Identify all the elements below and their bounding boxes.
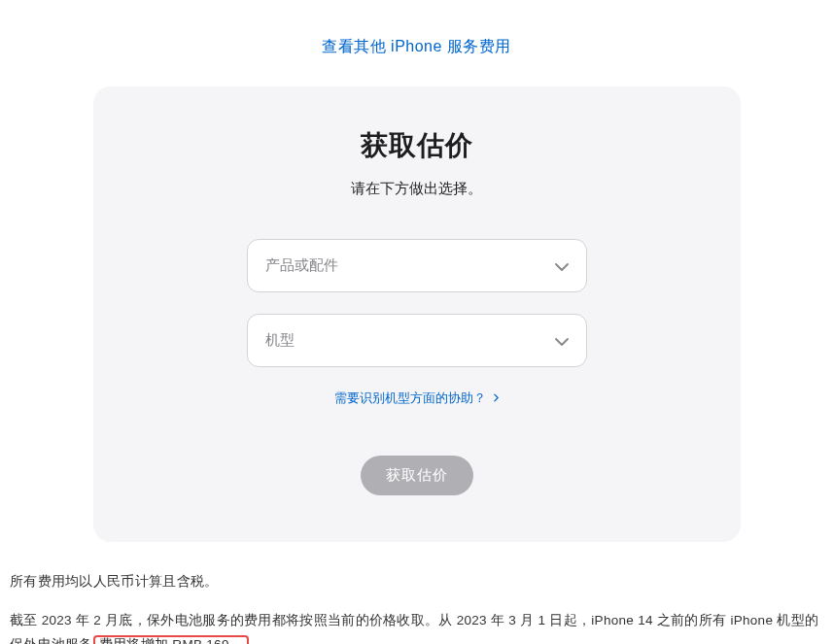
model-select[interactable]: 机型: [247, 314, 587, 367]
card-title: 获取估价: [132, 127, 702, 164]
estimate-card: 获取估价 请在下方做出选择。 产品或配件 机型 需要识别机型方面的协助？: [93, 86, 741, 542]
product-select-placeholder: 产品或配件: [265, 256, 338, 275]
model-select-wrapper: 机型: [247, 314, 587, 367]
model-select-placeholder: 机型: [265, 331, 295, 350]
chevron-down-icon: [555, 257, 569, 274]
identify-model-help-link[interactable]: 需要识别机型方面的协助？: [334, 390, 499, 405]
chevron-down-icon: [555, 332, 569, 349]
chevron-right-icon: [494, 390, 499, 405]
footer-line1: 所有费用均以人民币计算且含税。: [10, 569, 823, 594]
product-select[interactable]: 产品或配件: [247, 239, 587, 292]
footer-disclaimer: 所有费用均以人民币计算且含税。 截至 2023 年 2 月底，保外电池服务的费用…: [0, 542, 833, 644]
card-subtitle: 请在下方做出选择。: [132, 180, 702, 198]
product-select-wrapper: 产品或配件: [247, 239, 587, 292]
submit-wrapper: 获取估价: [132, 456, 702, 495]
price-increase-highlight: 费用将增加 RMB 169。: [93, 635, 249, 644]
help-link-container: 需要识别机型方面的协助？: [132, 389, 702, 407]
other-services-link[interactable]: 查看其他 iPhone 服务费用: [322, 38, 511, 54]
top-link-container: 查看其他 iPhone 服务费用: [0, 0, 833, 86]
get-estimate-button[interactable]: 获取估价: [361, 456, 473, 495]
help-link-label: 需要识别机型方面的协助？: [334, 390, 486, 405]
footer-line2: 截至 2023 年 2 月底，保外电池服务的费用都将按照当前的价格收取。从 20…: [10, 608, 823, 644]
